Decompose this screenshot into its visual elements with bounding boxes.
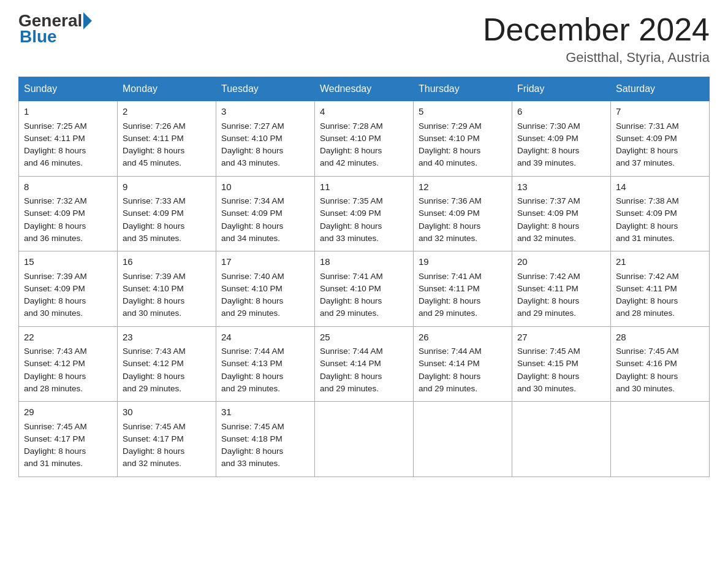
calendar-cell: 11 Sunrise: 7:35 AM Sunset: 4:09 PM Dayl…	[315, 176, 414, 251]
sunset-info: Sunset: 4:13 PM	[221, 359, 282, 368]
sunset-info: Sunset: 4:17 PM	[24, 434, 85, 443]
calendar-cell: 16 Sunrise: 7:39 AM Sunset: 4:10 PM Dayl…	[118, 251, 216, 327]
day-number: 6	[517, 105, 605, 119]
daylight-info: Daylight: 8 hours	[123, 296, 184, 305]
daylight-minutes: and 31 minutes.	[616, 234, 675, 243]
daylight-info: Daylight: 8 hours	[616, 296, 678, 305]
sunset-info: Sunset: 4:10 PM	[320, 284, 381, 293]
sunrise-info: Sunrise: 7:42 AM	[517, 272, 580, 281]
day-number: 4	[320, 105, 408, 119]
daylight-info: Daylight: 8 hours	[123, 446, 184, 456]
calendar-cell: 17 Sunrise: 7:40 AM Sunset: 4:10 PM Dayl…	[216, 251, 315, 327]
sunrise-info: Sunrise: 7:40 AM	[221, 272, 284, 281]
header-wednesday: Wednesday	[315, 77, 414, 101]
sunset-info: Sunset: 4:09 PM	[221, 209, 282, 218]
calendar-cell: 3 Sunrise: 7:27 AM Sunset: 4:10 PM Dayli…	[216, 101, 315, 177]
calendar-cell: 21 Sunrise: 7:42 AM Sunset: 4:11 PM Dayl…	[611, 251, 710, 327]
daylight-info: Daylight: 8 hours	[24, 372, 86, 381]
calendar-cell: 15 Sunrise: 7:39 AM Sunset: 4:09 PM Dayl…	[19, 251, 118, 327]
daylight-info: Daylight: 8 hours	[517, 221, 579, 231]
daylight-minutes: and 28 minutes.	[616, 308, 675, 318]
calendar-cell: 20 Sunrise: 7:42 AM Sunset: 4:11 PM Dayl…	[512, 251, 611, 327]
sunrise-info: Sunrise: 7:45 AM	[24, 422, 87, 431]
day-number: 17	[221, 255, 309, 269]
page-header: General Blue December 2024 Geistthal, St…	[18, 12, 710, 66]
sunrise-info: Sunrise: 7:43 AM	[123, 347, 186, 356]
daylight-info: Daylight: 8 hours	[221, 146, 283, 155]
day-number: 3	[221, 105, 309, 119]
daylight-minutes: and 30 minutes.	[123, 308, 181, 318]
daylight-minutes: and 32 minutes.	[517, 234, 576, 243]
sunset-info: Sunset: 4:09 PM	[517, 209, 578, 218]
sunset-info: Sunset: 4:18 PM	[221, 434, 282, 443]
calendar-cell: 19 Sunrise: 7:41 AM Sunset: 4:11 PM Dayl…	[414, 251, 512, 327]
daylight-info: Daylight: 8 hours	[320, 146, 382, 155]
header-sunday: Sunday	[19, 77, 118, 101]
day-number: 28	[616, 331, 704, 345]
day-number: 31	[221, 405, 309, 419]
daylight-minutes: and 30 minutes.	[517, 384, 576, 393]
sunset-info: Sunset: 4:11 PM	[419, 284, 480, 293]
calendar-cell: 27 Sunrise: 7:45 AM Sunset: 4:15 PM Dayl…	[512, 326, 611, 402]
daylight-minutes: and 39 minutes.	[517, 158, 576, 167]
sunset-info: Sunset: 4:11 PM	[123, 134, 184, 143]
daylight-minutes: and 32 minutes.	[419, 234, 477, 243]
daylight-info: Daylight: 8 hours	[517, 372, 579, 381]
sunset-info: Sunset: 4:12 PM	[123, 359, 184, 368]
location: Geistthal, Styria, Austria	[483, 50, 710, 66]
sunset-info: Sunset: 4:11 PM	[616, 284, 677, 293]
daylight-info: Daylight: 8 hours	[123, 372, 184, 381]
sunset-info: Sunset: 4:09 PM	[24, 284, 85, 293]
day-number: 14	[616, 180, 704, 194]
daylight-minutes: and 32 minutes.	[123, 459, 181, 468]
logo-arrow-icon	[83, 12, 92, 29]
sunrise-info: Sunrise: 7:30 AM	[517, 121, 580, 131]
title-area: December 2024 Geistthal, Styria, Austria	[483, 12, 710, 66]
sunset-info: Sunset: 4:09 PM	[419, 209, 480, 218]
calendar-week-row: 15 Sunrise: 7:39 AM Sunset: 4:09 PM Dayl…	[19, 251, 710, 327]
sunset-info: Sunset: 4:17 PM	[123, 434, 184, 443]
sunrise-info: Sunrise: 7:25 AM	[24, 121, 87, 131]
day-number: 12	[419, 180, 507, 194]
daylight-minutes: and 43 minutes.	[221, 158, 280, 167]
daylight-minutes: and 29 minutes.	[419, 308, 477, 318]
daylight-minutes: and 33 minutes.	[221, 459, 280, 468]
calendar-cell: 2 Sunrise: 7:26 AM Sunset: 4:11 PM Dayli…	[118, 101, 216, 177]
calendar-cell: 25 Sunrise: 7:44 AM Sunset: 4:14 PM Dayl…	[315, 326, 414, 402]
calendar-cell	[512, 402, 611, 477]
daylight-info: Daylight: 8 hours	[517, 296, 579, 305]
daylight-info: Daylight: 8 hours	[221, 296, 283, 305]
calendar-week-row: 22 Sunrise: 7:43 AM Sunset: 4:12 PM Dayl…	[19, 326, 710, 402]
sunset-info: Sunset: 4:09 PM	[616, 209, 677, 218]
day-number: 7	[616, 105, 704, 119]
day-number: 5	[419, 105, 507, 119]
sunrise-info: Sunrise: 7:42 AM	[616, 272, 679, 281]
header-friday: Friday	[512, 77, 611, 101]
calendar-cell: 4 Sunrise: 7:28 AM Sunset: 4:10 PM Dayli…	[315, 101, 414, 177]
daylight-info: Daylight: 8 hours	[24, 296, 86, 305]
calendar-table: Sunday Monday Tuesday Wednesday Thursday…	[18, 77, 710, 477]
daylight-info: Daylight: 8 hours	[123, 221, 184, 231]
sunrise-info: Sunrise: 7:45 AM	[123, 422, 186, 431]
daylight-minutes: and 31 minutes.	[24, 459, 83, 468]
daylight-minutes: and 29 minutes.	[517, 308, 576, 318]
sunset-info: Sunset: 4:15 PM	[517, 359, 578, 368]
sunrise-info: Sunrise: 7:26 AM	[123, 121, 186, 131]
sunset-info: Sunset: 4:10 PM	[221, 134, 282, 143]
calendar-cell: 6 Sunrise: 7:30 AM Sunset: 4:09 PM Dayli…	[512, 101, 611, 177]
day-number: 24	[221, 331, 309, 345]
sunrise-info: Sunrise: 7:29 AM	[419, 121, 482, 131]
calendar-cell: 29 Sunrise: 7:45 AM Sunset: 4:17 PM Dayl…	[19, 402, 118, 477]
daylight-info: Daylight: 8 hours	[320, 296, 382, 305]
calendar-cell: 10 Sunrise: 7:34 AM Sunset: 4:09 PM Dayl…	[216, 176, 315, 251]
daylight-minutes: and 30 minutes.	[616, 384, 675, 393]
calendar-cell: 18 Sunrise: 7:41 AM Sunset: 4:10 PM Dayl…	[315, 251, 414, 327]
sunset-info: Sunset: 4:16 PM	[616, 359, 677, 368]
sunrise-info: Sunrise: 7:31 AM	[616, 121, 679, 131]
sunset-info: Sunset: 4:12 PM	[24, 359, 85, 368]
day-number: 18	[320, 255, 408, 269]
sunrise-info: Sunrise: 7:45 AM	[221, 422, 284, 431]
sunset-info: Sunset: 4:14 PM	[419, 359, 480, 368]
daylight-minutes: and 35 minutes.	[123, 234, 181, 243]
calendar-cell: 22 Sunrise: 7:43 AM Sunset: 4:12 PM Dayl…	[19, 326, 118, 402]
